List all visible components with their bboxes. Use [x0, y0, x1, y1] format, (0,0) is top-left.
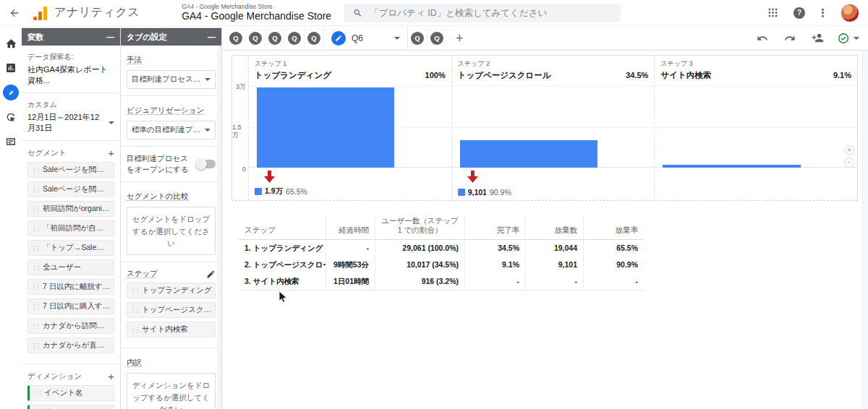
- table-cell: -: [583, 273, 644, 290]
- funnel-table: ステップ経過時間ユーザー数（ステップ 1 での割合）完了率放棄数放棄率 1. ト…: [239, 215, 644, 290]
- collapsed-tab[interactable]: Q: [265, 26, 285, 50]
- tab-q-icon: Q: [229, 32, 242, 45]
- apps-grid-icon[interactable]: [764, 4, 781, 22]
- search-bar[interactable]: [344, 4, 621, 22]
- funnel-step-chip[interactable]: ⋮⋮トップランディング: [127, 283, 216, 298]
- visualization-label: ビジュアリゼーション: [127, 106, 204, 114]
- check-circle-icon: [838, 33, 849, 44]
- table-cell: 9,101: [525, 257, 583, 273]
- funnel-bar[interactable]: [460, 140, 597, 168]
- chevron-down-icon: [394, 37, 400, 40]
- funnel-bar[interactable]: [663, 165, 800, 168]
- active-tab-icon: [331, 31, 346, 46]
- dimension-chip[interactable]: ⋮⋮イベント名: [27, 385, 114, 401]
- drag-handle-icon: ⋮⋮: [31, 225, 40, 232]
- funnel-step-index: ステップ 1: [255, 59, 446, 69]
- add-dimension-button[interactable]: +: [108, 371, 114, 382]
- chevron-down-icon: [205, 78, 210, 81]
- segment-chip[interactable]: ⋮⋮「初回訪問が自然検...: [27, 220, 114, 236]
- account-switcher[interactable]: GA4 - Google Merchandise Store GA4 - Goo…: [182, 4, 331, 22]
- chevron-down-icon: [854, 37, 859, 40]
- tab-q-icon: Q: [411, 32, 424, 45]
- segment-chip[interactable]: ⋮⋮カナダから訪問した...: [27, 318, 114, 334]
- collapsed-tab[interactable]: Q: [427, 26, 447, 50]
- dimensions-list: ⋮⋮イベント名⋮⋮性別⋮⋮国⋮⋮デバイス カテゴリ⋮⋮最初のユーザーの...: [27, 385, 114, 409]
- table-cell: 29,061 (100.0%): [375, 240, 464, 257]
- sidebar-item-explore[interactable]: [3, 85, 19, 100]
- table-cell: 65.5%: [583, 240, 644, 257]
- open-funnel-label: 目標到達プロセスをオープンにする: [127, 153, 192, 175]
- drag-handle-icon: ⋮⋮: [31, 206, 40, 212]
- breakdown-label: 内訳: [127, 358, 142, 366]
- dimensions-title: ディメンション: [27, 371, 82, 382]
- collapsed-tab[interactable]: Q: [246, 26, 265, 50]
- collapsed-tab[interactable]: Q: [226, 26, 246, 50]
- segment-chip[interactable]: ⋮⋮初回訪問がorganic...: [27, 201, 114, 217]
- redo-button[interactable]: [783, 31, 797, 46]
- search-input[interactable]: [370, 8, 612, 18]
- table-header[interactable]: 放棄数: [525, 215, 583, 239]
- table-header[interactable]: ステップ: [239, 215, 326, 239]
- abandon-rate: 90.9%: [490, 188, 511, 197]
- segment-chip[interactable]: ⋮⋮Saleページを閲覧し...: [27, 162, 114, 178]
- table-header[interactable]: ユーザー数（ステップ 1 での割合）: [375, 215, 464, 239]
- funnel-step-chip[interactable]: ⋮⋮サイト内検索: [127, 322, 216, 337]
- table-cell: -: [464, 273, 525, 290]
- collapsed-tab[interactable]: Q: [305, 26, 324, 50]
- analytics-logo-icon[interactable]: [33, 6, 47, 20]
- y-axis-tick: 0: [242, 165, 246, 173]
- add-tab-button[interactable]: +: [456, 32, 464, 45]
- kebab-menu-icon[interactable]: ⋮: [817, 7, 828, 18]
- visualization-select[interactable]: 標準の目標到達プロセス: [127, 121, 216, 139]
- table-header[interactable]: 完了率: [464, 215, 525, 239]
- zoom-in-button[interactable]: +: [844, 145, 854, 155]
- add-segment-button[interactable]: +: [108, 147, 114, 158]
- zoom-out-button[interactable]: −: [844, 158, 854, 168]
- sidebar-item-advertising[interactable]: [3, 109, 19, 125]
- minimize-tab-settings-icon[interactable]: —: [208, 33, 216, 41]
- funnel-bar[interactable]: [257, 87, 394, 168]
- tab-strip: QQQQQ Q6 QQ +: [222, 26, 868, 51]
- collapsed-tab[interactable]: Q: [285, 26, 305, 50]
- segment-chip[interactable]: ⋮⋮7 日以内に購入する...: [27, 298, 114, 314]
- segment-chip[interactable]: ⋮⋮7 日以内に離脱する...: [27, 279, 114, 295]
- drag-handle-icon: ⋮⋮: [31, 186, 40, 193]
- table-header[interactable]: 経過時間: [326, 215, 375, 239]
- edit-steps-pencil-icon[interactable]: [206, 270, 216, 279]
- dimension-chip[interactable]: ⋮⋮性別: [27, 405, 114, 409]
- back-button[interactable]: [6, 4, 23, 22]
- date-range-picker[interactable]: カスタム 12月1日～2021年12月31日: [22, 93, 120, 141]
- segment-chip[interactable]: ⋮⋮「トップ→Sale→S...: [27, 240, 114, 256]
- sidebar-item-reports[interactable]: [3, 60, 19, 76]
- avatar[interactable]: [841, 4, 859, 22]
- minimize-variables-icon[interactable]: —: [106, 33, 114, 41]
- vertical-scrollbar[interactable]: [862, 51, 868, 409]
- breakdown-dropzone[interactable]: ディメンションをドロップするか選択してください: [127, 373, 216, 409]
- segment-comparison-dropzone[interactable]: セグメントをドロップするか選択してください: [127, 207, 216, 255]
- sidebar-item-library[interactable]: [3, 134, 19, 150]
- segment-chip[interactable]: ⋮⋮全ユーザー: [27, 259, 114, 275]
- table-cell: 3. サイト内検索: [239, 273, 326, 290]
- table-cell: 10,017 (34.5%): [375, 257, 464, 273]
- abandonment-zone: 9,10190.9%: [452, 168, 655, 200]
- tab-settings-title: タブの設定: [127, 32, 167, 43]
- drag-handle-icon: ⋮⋮: [31, 303, 40, 310]
- table-cell: 1日01時間: [326, 273, 375, 290]
- share-add-user-button[interactable]: [810, 31, 825, 46]
- chevron-down-icon: [205, 129, 210, 132]
- funnel-step-chip[interactable]: ⋮⋮トップページスクロ...: [127, 302, 216, 318]
- technique-select[interactable]: 目標到達プロセスデー...: [127, 70, 216, 89]
- active-tab[interactable]: Q6: [324, 26, 408, 50]
- segment-chip[interactable]: ⋮⋮Saleページを閲覧し...: [27, 181, 114, 197]
- segment-chip[interactable]: ⋮⋮カナダからが直近の...: [27, 337, 114, 353]
- exploration-name-value[interactable]: 社内GA4探索レポート資格...: [27, 64, 114, 86]
- legend-swatch: [458, 189, 465, 196]
- undo-button[interactable]: [755, 31, 770, 46]
- explore-compass-icon: [7, 88, 16, 98]
- collapsed-tab[interactable]: Q: [408, 26, 427, 50]
- help-icon[interactable]: ?: [793, 7, 805, 19]
- table-header[interactable]: 放棄率: [583, 215, 644, 239]
- sidebar-item-home[interactable]: [3, 35, 19, 51]
- open-funnel-toggle[interactable]: [197, 160, 216, 168]
- status-ok-menu[interactable]: [838, 33, 859, 44]
